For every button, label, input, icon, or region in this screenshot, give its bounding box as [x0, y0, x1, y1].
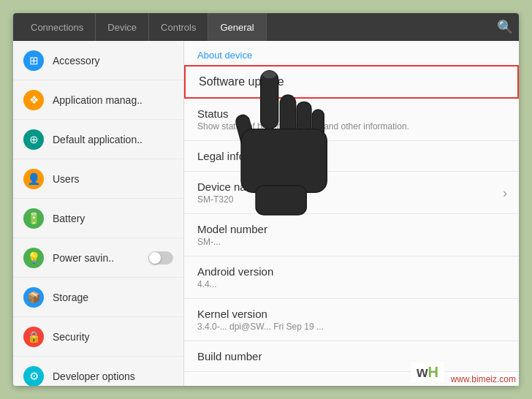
- kernel-version-title: Kernel version: [197, 308, 506, 320]
- sidebar-item-developer-options[interactable]: ⚙ Developer options: [13, 357, 183, 386]
- device-frame: Connections Device Controls General 🔍 ⊞ …: [13, 13, 519, 386]
- developer-options-icon: ⚙: [23, 366, 44, 387]
- cn-watermark: www.bimeiz.com: [448, 373, 519, 386]
- toggle-thumb: [149, 252, 161, 264]
- device-name-chevron: ›: [503, 185, 507, 200]
- menu-item-software-update[interactable]: Software update: [184, 65, 519, 99]
- menu-item-build-number[interactable]: Build number: [184, 341, 519, 372]
- main-content: ⊞ Accessory ❖ Application manag.. ⊕ Defa…: [13, 41, 519, 386]
- device-name-subtitle: SM-T320: [197, 194, 506, 205]
- tab-bar: Connections Device Controls General 🔍: [13, 13, 519, 41]
- sidebar-label-power-saving: Power savin..: [53, 252, 140, 264]
- status-title: Status: [197, 107, 506, 120]
- sidebar-item-default-applications[interactable]: ⊕ Default application..: [13, 120, 183, 159]
- toggle-track: [148, 251, 173, 265]
- tab-device[interactable]: Device: [96, 13, 149, 41]
- right-panel: About device Software update Status Show…: [184, 41, 519, 386]
- status-subtitle: Show status of battery, network, and oth…: [197, 121, 506, 132]
- sidebar-label-storage: Storage: [53, 292, 173, 303]
- kernel-version-subtitle: 3.4.0-... dpi@SW... Fri Sep 19 ...: [197, 322, 506, 332]
- storage-icon: 📦: [23, 287, 44, 308]
- android-version-title: Android version: [197, 265, 506, 278]
- tab-controls[interactable]: Controls: [149, 13, 208, 41]
- sidebar-item-accessory[interactable]: ⊞ Accessory: [13, 41, 183, 80]
- sidebar-label-users: Users: [53, 173, 173, 185]
- sidebar-label-application-manager: Application manag..: [53, 94, 173, 106]
- search-icon[interactable]: 🔍: [497, 19, 513, 35]
- default-applications-icon: ⊕: [23, 129, 44, 150]
- legal-information-title: Legal information: [197, 150, 506, 162]
- sidebar-item-users[interactable]: 👤 Users: [13, 159, 183, 199]
- power-saving-icon: 💡: [23, 248, 44, 268]
- wh-watermark: wH: [411, 362, 444, 383]
- sidebar-label-developer-options: Developer options: [53, 370, 173, 382]
- tab-general[interactable]: General: [208, 13, 266, 41]
- menu-item-device-name[interactable]: Device name SM-T320 ›: [184, 172, 519, 214]
- sidebar-item-power-saving[interactable]: 💡 Power savin..: [13, 238, 183, 278]
- sidebar-label-accessory: Accessory: [53, 55, 173, 66]
- security-icon: 🔒: [23, 327, 44, 347]
- tab-connections[interactable]: Connections: [19, 13, 96, 41]
- android-version-subtitle: 4.4...: [197, 279, 506, 289]
- sidebar-item-application-manager[interactable]: ❖ Application manag..: [13, 80, 183, 120]
- accessory-icon: ⊞: [23, 50, 44, 71]
- sidebar: ⊞ Accessory ❖ Application manag.. ⊕ Defa…: [13, 41, 184, 386]
- menu-item-kernel-version[interactable]: Kernel version 3.4.0-... dpi@SW... Fri S…: [184, 299, 519, 341]
- users-icon: 👤: [23, 169, 44, 189]
- application-manager-icon: ❖: [23, 90, 44, 110]
- power-saving-toggle[interactable]: [148, 251, 173, 265]
- menu-item-model-number[interactable]: Model number SM-...: [184, 214, 519, 256]
- sidebar-label-battery: Battery: [53, 213, 173, 224]
- sidebar-item-battery[interactable]: 🔋 Battery: [13, 199, 183, 238]
- model-number-title: Model number: [197, 223, 506, 235]
- menu-item-status[interactable]: Status Show status of battery, network, …: [184, 99, 519, 141]
- build-number-title: Build number: [197, 350, 506, 362]
- sidebar-item-storage[interactable]: 📦 Storage: [13, 278, 183, 317]
- menu-item-android-version[interactable]: Android version 4.4...: [184, 256, 519, 299]
- model-number-subtitle: SM-...: [197, 237, 506, 247]
- sidebar-label-security: Security: [53, 331, 173, 343]
- section-header-about-device: About device: [184, 41, 519, 65]
- device-name-title: Device name: [197, 180, 506, 193]
- software-update-title: Software update: [199, 75, 504, 88]
- battery-icon: 🔋: [23, 208, 44, 229]
- sidebar-label-default-applications: Default application..: [53, 134, 173, 145]
- menu-item-legal-information[interactable]: Legal information: [184, 141, 519, 172]
- sidebar-item-security[interactable]: 🔒 Security: [13, 317, 183, 357]
